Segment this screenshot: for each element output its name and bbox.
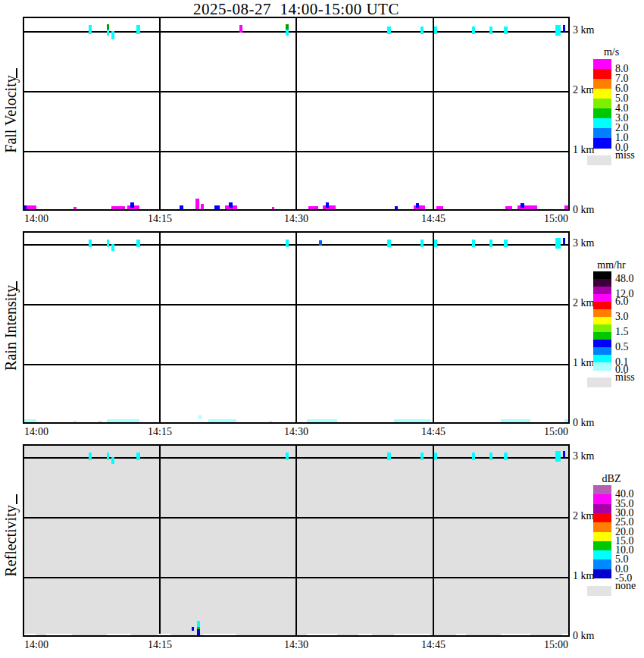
colorbar-miss-swatch (587, 586, 611, 596)
data-mark (89, 25, 92, 34)
colorbar-segment (593, 532, 611, 542)
colorbar-miss-label: miss (615, 372, 635, 383)
panel-ylabel-text: Rain Intensity (2, 285, 20, 371)
data-mark (326, 202, 330, 208)
gridline-14-45 (433, 233, 434, 424)
gridline-14-15 (159, 446, 161, 637)
data-mark (387, 240, 390, 247)
data-mark (436, 206, 442, 211)
x-tick-label: 14:15 (148, 426, 172, 438)
data-mark (286, 453, 289, 460)
colorbar-segment (593, 362, 611, 371)
x-tick-label: 14:00 (24, 639, 48, 651)
data-mark (505, 206, 513, 211)
data-mark (489, 240, 492, 247)
colorbar-segment (593, 513, 611, 523)
data-mark (420, 240, 424, 247)
colorbar-segment (593, 347, 611, 356)
data-mark (307, 419, 337, 424)
colorbar-tick-label: 1.5 (615, 327, 629, 337)
panel-ylabel-text: Reflectivity (2, 505, 20, 576)
gridline-1km (24, 151, 570, 152)
data-mark (286, 24, 289, 30)
colorbar-segment (593, 271, 611, 280)
gridline-14-15 (159, 18, 161, 211)
colorbar-miss-swatch (587, 155, 611, 165)
panel-ylabel-reflectivity: Reflectivity (0, 444, 21, 637)
data-mark (420, 453, 424, 460)
data-mark (197, 629, 200, 636)
colorbar-segment (593, 309, 611, 318)
x-tick-label: 14:45 (421, 213, 445, 225)
data-mark (420, 27, 424, 34)
data-mark (394, 634, 430, 637)
data-mark (208, 419, 236, 424)
x-tick-label: 14:30 (284, 639, 308, 651)
data-mark (286, 30, 289, 36)
data-mark (46, 634, 72, 637)
data-mark (555, 238, 561, 249)
data-mark (89, 453, 92, 460)
panel-fall-velocity (23, 17, 570, 211)
colorbar-miss-swatch (587, 378, 611, 387)
colorbar-segment (593, 294, 611, 302)
x-tick-label: 15:00 (544, 213, 568, 225)
colorbar-unit-label: m/s (589, 47, 633, 58)
colorbar-segment (593, 138, 611, 149)
x-tick-label: 15:00 (544, 639, 568, 651)
data-mark (319, 240, 322, 246)
panel-ylabel-fall-velocity: Fall Velocity (0, 17, 21, 211)
data-mark (564, 205, 569, 211)
colorbar-segment (593, 340, 611, 348)
colorbar-segment (593, 69, 611, 80)
colorbar-segment (593, 79, 611, 89)
data-mark (563, 25, 565, 31)
data-mark (563, 238, 565, 244)
y-tick-label: 3 km (573, 237, 606, 249)
data-mark (136, 25, 139, 34)
data-mark (180, 205, 183, 211)
data-mark (434, 453, 437, 460)
gridline-14-15 (159, 233, 161, 424)
y-tick-label: 0 km (573, 417, 606, 429)
data-mark (286, 240, 289, 247)
data-mark (521, 203, 524, 208)
colorbar-segment (593, 494, 611, 504)
panel-ylabel-rain-intensity: Rain Intensity (0, 231, 21, 424)
colorbar-segment (593, 118, 611, 129)
data-mark (23, 419, 36, 424)
data-mark (308, 206, 318, 211)
gridline-2km (24, 91, 570, 92)
x-tick-label: 14:00 (24, 213, 48, 225)
data-mark (229, 202, 233, 208)
colorbar-segment (593, 504, 611, 514)
data-mark (563, 451, 565, 457)
x-tick-label: 15:00 (544, 426, 568, 438)
data-mark (136, 453, 139, 460)
data-mark (197, 621, 200, 626)
data-mark (130, 202, 134, 208)
data-mark (73, 207, 77, 211)
x-tick-label: 14:45 (421, 426, 445, 438)
data-mark (416, 203, 420, 208)
axis-dash (16, 68, 17, 78)
x-tick-label: 14:15 (148, 639, 172, 651)
y-tick-label: 0 km (573, 204, 606, 216)
colorbar-segment (593, 128, 611, 139)
colorbar-segment (593, 59, 611, 70)
data-mark (269, 421, 272, 424)
colorbar-segment (593, 317, 611, 325)
data-mark (203, 634, 236, 637)
data-mark (111, 206, 125, 211)
colorbar-segment (593, 324, 611, 333)
data-mark (434, 27, 437, 34)
colorbar-tick-label: 48.0 (615, 274, 634, 284)
data-mark (456, 634, 466, 637)
chart-title: 2025-08-27 14:00-15:00 UTC (23, 0, 570, 17)
data-mark (434, 240, 437, 247)
data-mark (501, 419, 531, 424)
data-mark (23, 634, 36, 637)
colorbar-segment (593, 569, 611, 579)
colorbar-segment (593, 541, 611, 551)
axis-dash (16, 494, 17, 504)
